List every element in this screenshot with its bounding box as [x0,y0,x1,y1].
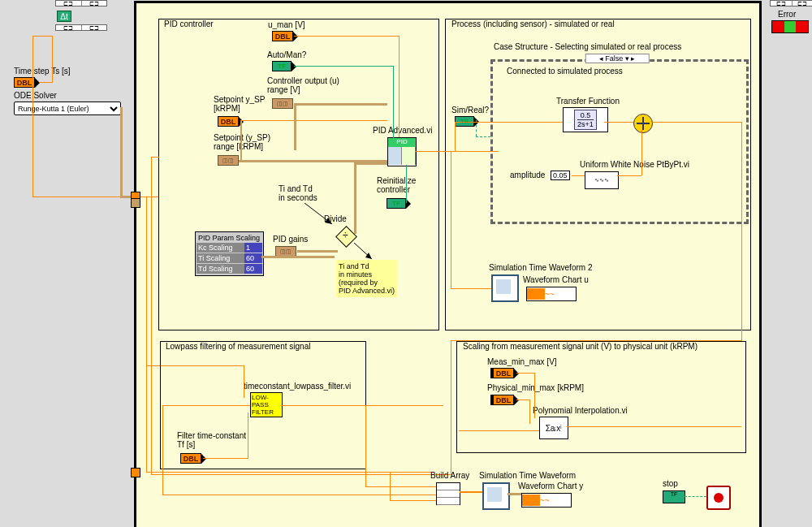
left-border-style: ⊏⊐⊏⊐ [55,0,107,6]
ode-solver-ring[interactable]: Runge-Kutta 1 (Euler) [14,102,121,115]
case-selector[interactable]: ◂ False ▾ ▸ [585,54,650,63]
left-border-style-bottom: ⊏⊐⊏⊐ [55,24,107,31]
waveform-chart-y[interactable]: ~~ [521,493,572,508]
meas-label: Meas_min_max [V] [487,357,557,366]
chart-u-label: Waveform Chart u [523,275,589,284]
error-label: Error [778,10,796,19]
setpoint-range-label: Setpoint (y_SP) range [kRPM] [214,133,270,151]
connected-label: Connected to simulated process [507,67,623,76]
scaling-title: Scaling from measurement signal unit (V)… [463,342,698,351]
poly-vi[interactable]: Σaᵢxⁱ [539,417,568,439]
right-border-style: ⊏⊐⊏⊐ [770,0,812,6]
stop-control[interactable]: TF [663,490,685,503]
pid-title: PID controller [164,19,214,28]
process-title: Process (including sensor) - simulated o… [451,19,615,28]
ti-td-note: Ti and Td in minutes (required by PID Ad… [336,260,397,297]
setpoint-label: Setpoint y_SP [kRPM] [214,95,265,113]
error-terminal[interactable] [771,20,809,33]
lowpass-vi[interactable]: LOW- PASS FILTER [250,392,283,417]
pid-advanced-vi[interactable]: PID [387,137,417,166]
meas-control[interactable]: DBL [490,368,519,378]
ctrl-out-control[interactable]: ◫◫ [272,98,293,109]
pid-vi-label: PID Advanced.vi [373,126,432,135]
loop-stop-terminal [706,486,731,510]
ctrl-out-label: Controller output (u) range [V] [267,76,339,94]
poly-label: Polynomial Interpolation.vi [533,406,628,415]
ode-solver-label: ODE Solver [14,91,57,100]
phys-label: Physical_min_max [kRPM] [487,383,584,392]
tunnel-bottom [131,468,140,477]
sum-node [633,114,653,133]
build-array[interactable] [436,482,460,505]
timer-icon: Δt [57,11,71,22]
ti-td-s-label: Ti and Td in seconds [279,184,317,202]
case-label: Case Structure - Selecting simulated or … [494,42,681,51]
amplitude-label: amplitude [510,171,545,179]
timestep-label: Time step Ts [s] [14,67,70,76]
u-man-label: u_man [V] [268,20,305,29]
reinit-control[interactable]: TF [387,198,411,209]
pid-gains-label: PID gains [273,235,308,244]
lowpass-vi-label: timeconstant_lowpass_filter.vi [244,382,351,391]
svg-marker-3 [325,218,332,224]
pid-param-scaling: PID Param Scaling Kc Scaling1 Ti Scaling… [195,231,264,276]
tf-label: Transfer Function [556,97,620,106]
sim-time-waveform-2[interactable] [491,274,519,302]
tunnel-ode [131,198,140,208]
timestep-control[interactable]: DBL [14,77,40,88]
transfer-function[interactable]: 0.52s+1 [563,107,608,132]
sim-wave-label: Simulation Time Waveform [479,471,576,480]
case-structure [490,59,749,224]
lowpass-title: Lowpass filtering of measurement signal [166,342,310,351]
filter-tc-label: Filter time-constant Tf [s] [177,431,246,449]
sim-wave2-label: Simulation Time Waveform 2 [489,263,592,272]
waveform-chart-u[interactable]: ~~ [526,287,577,301]
noise-label: Uniform White Noise PtByPt.vi [580,160,689,169]
phys-control[interactable]: DBL [490,395,519,405]
sim-time-waveform[interactable] [482,482,510,510]
automan-control[interactable]: TF [272,61,296,71]
reinit-label: Reinitialize controller [377,176,416,194]
chart-y-label: Waveform Chart y [518,482,583,490]
amplitude-value[interactable]: 0.05 [551,171,570,180]
automan-label: Auto/Man? [267,50,306,59]
build-array-label: Build Array [430,471,469,480]
noise-vi[interactable]: ∿∿∿ [585,171,619,189]
divide-node: ÷ [339,229,354,244]
stop-label: stop [663,479,678,488]
sim-real-label: Sim/Real? [451,106,489,114]
setpoint-range-control[interactable]: ◫◫ [218,155,239,166]
